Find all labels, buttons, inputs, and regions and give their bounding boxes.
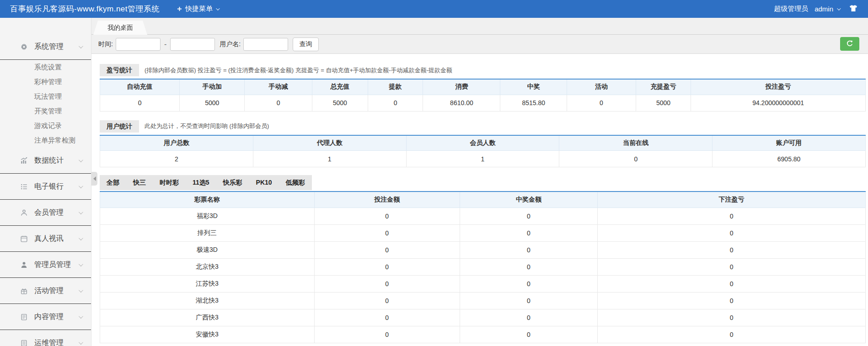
cell: 0 bbox=[598, 208, 866, 224]
profit-section-header: 盈亏统计 (排除内部会员数据) 投注盈亏 = (投注消费金额-返奖金额) 充提盈… bbox=[100, 64, 866, 76]
col-header: 提款 bbox=[368, 79, 423, 95]
sidebar-item-content-management[interactable]: 内容管理 bbox=[0, 304, 91, 330]
cell: 0 bbox=[598, 326, 866, 343]
cell: 0 bbox=[460, 326, 597, 343]
tab-all[interactable]: 全部 bbox=[100, 175, 126, 190]
cell: 2 bbox=[100, 151, 253, 167]
cell: 0 bbox=[314, 275, 460, 292]
cell: 8515.80 bbox=[500, 95, 567, 111]
table-row: 福彩3D 0 0 0 bbox=[100, 208, 866, 224]
cell: 0 bbox=[314, 326, 460, 343]
cell: 0 bbox=[245, 95, 312, 111]
cell: 0 bbox=[460, 258, 597, 275]
filter-bar: 时间: - 用户名: 查询 bbox=[91, 35, 868, 53]
sidebar-collapse-handle[interactable] bbox=[91, 172, 97, 186]
user-table: 用户总数 代理人数 会员人数 当前在线 账户可用 2 1 1 0 6905.80 bbox=[100, 135, 866, 168]
cell: 安徽快3 bbox=[100, 326, 315, 343]
content-doc-icon bbox=[20, 313, 28, 321]
col-header: 自动充值 bbox=[100, 79, 180, 95]
sidebar-item-system-settings[interactable]: 系统设置 bbox=[0, 60, 91, 75]
col-header: 中奖 bbox=[500, 79, 567, 95]
cell: 0 bbox=[598, 224, 866, 241]
user-role: 超级管理员 bbox=[774, 5, 808, 13]
sidebar-item-label: 管理员管理 bbox=[34, 260, 79, 270]
sidebar-item-label: 运维管理 bbox=[34, 338, 79, 346]
cell: 江苏快3 bbox=[100, 275, 315, 292]
sidebar-item-lottery-type[interactable]: 彩种管理 bbox=[0, 75, 91, 89]
cell: 北京快3 bbox=[100, 258, 315, 275]
cell: 8610.00 bbox=[423, 95, 500, 111]
cell: 0 bbox=[314, 309, 460, 326]
user-section-note: 此处为总计，不受查询时间影响 (排除内部会员) bbox=[145, 122, 269, 130]
topbar: 百事娱乐凡客源码-www.fkym.net管理系统 快捷菜单 超级管理员 adm… bbox=[0, 0, 868, 18]
time-to-input[interactable] bbox=[170, 38, 215, 51]
admin-user-icon bbox=[20, 261, 28, 269]
col-header: 投注盈亏 bbox=[691, 79, 866, 95]
cell: 排列三 bbox=[100, 224, 315, 241]
cell: 0 bbox=[314, 258, 460, 275]
tab-11xuan5[interactable]: 11选5 bbox=[186, 175, 216, 190]
tab-kuaisan[interactable]: 快三 bbox=[126, 175, 153, 190]
quick-menu-button[interactable]: 快捷菜单 bbox=[177, 5, 219, 13]
sidebar-item-game-records[interactable]: 游戏记录 bbox=[0, 118, 91, 133]
chevron-down-icon bbox=[79, 288, 83, 293]
cell: 5000 bbox=[636, 95, 691, 111]
chevron-down-icon bbox=[837, 6, 841, 10]
profit-table: 自动充值 手动加 手动减 总充值 提款 消费 中奖 活动 充提盈亏 投注盈亏 0… bbox=[100, 79, 866, 112]
time-from-input[interactable] bbox=[116, 38, 161, 51]
refresh-button[interactable] bbox=[840, 37, 859, 51]
username-input[interactable] bbox=[243, 38, 288, 51]
sidebar-item-activity-management[interactable]: 活动管理 bbox=[0, 278, 91, 304]
range-separator: - bbox=[163, 40, 167, 48]
col-header: 当前在线 bbox=[559, 135, 713, 151]
cell: 6905.80 bbox=[713, 151, 866, 167]
lottery-category-tabs: 全部 快三 时时彩 11选5 快乐彩 PK10 低频彩 bbox=[100, 175, 312, 190]
cell: 0 bbox=[598, 309, 866, 326]
table-row: 极速3D 0 0 0 bbox=[100, 241, 866, 258]
theme-tshirt-icon[interactable] bbox=[849, 5, 858, 13]
cell: 福彩3D bbox=[100, 208, 315, 224]
tab-kuailecai[interactable]: 快乐彩 bbox=[216, 175, 249, 190]
tab-strip: 我的桌面 bbox=[91, 18, 868, 35]
cell: 广西快3 bbox=[100, 309, 315, 326]
col-header: 账户可用 bbox=[713, 135, 866, 151]
sidebar-submenu-system: 系统设置 彩种管理 玩法管理 开奖管理 游戏记录 注单异常检测 bbox=[0, 60, 91, 148]
member-icon bbox=[20, 209, 28, 217]
sidebar-item-label: 会员管理 bbox=[34, 208, 79, 218]
tab-pk10[interactable]: PK10 bbox=[249, 175, 279, 190]
sidebar-item-ops-management[interactable]: 运维管理 bbox=[0, 330, 91, 346]
content-panel: 盈亏统计 (排除内部会员数据) 投注盈亏 = (投注消费金额-返奖金额) 充提盈… bbox=[91, 53, 868, 346]
table-row: 安徽快3 0 0 0 bbox=[100, 326, 866, 343]
col-header: 活动 bbox=[567, 79, 636, 95]
sidebar-item-data-statistics[interactable]: 数据统计 bbox=[0, 148, 91, 174]
table-row: 湖北快3 0 0 0 bbox=[100, 292, 866, 309]
cell: 0 bbox=[460, 224, 597, 241]
sidebar-item-abnormal-bet-check[interactable]: 注单异常检测 bbox=[0, 133, 91, 148]
sidebar-item-live-video[interactable]: 真人视讯 bbox=[0, 226, 91, 252]
table-row: 江苏快3 0 0 0 bbox=[100, 275, 866, 292]
sidebar-item-label: 电子银行 bbox=[34, 182, 79, 192]
search-button[interactable]: 查询 bbox=[293, 37, 319, 51]
user-section-header: 用户统计 此处为总计，不受查询时间影响 (排除内部会员) bbox=[100, 120, 866, 133]
table-header-row: 自动充值 手动加 手动减 总充值 提款 消费 中奖 活动 充提盈亏 投注盈亏 bbox=[100, 79, 866, 95]
sidebar-item-draw-management[interactable]: 开奖管理 bbox=[0, 104, 91, 118]
chevron-down-icon bbox=[79, 158, 83, 162]
gear-icon bbox=[20, 43, 28, 51]
sidebar-item-system-management[interactable]: 系统管理 bbox=[0, 34, 91, 60]
table-row: 北京快3 0 0 0 bbox=[100, 258, 866, 275]
profit-section-title: 盈亏统计 bbox=[100, 64, 139, 76]
cell: 极速3D bbox=[100, 241, 315, 258]
cell: 0 bbox=[368, 95, 423, 111]
tab-shishicai[interactable]: 时时彩 bbox=[153, 175, 186, 190]
sidebar-item-e-banking[interactable]: 电子银行 bbox=[0, 174, 91, 200]
sidebar-item-member-management[interactable]: 会员管理 bbox=[0, 200, 91, 226]
sidebar-item-admin-management[interactable]: 管理员管理 bbox=[0, 252, 91, 278]
sidebar-item-label: 真人视讯 bbox=[34, 234, 79, 244]
username-dropdown[interactable]: admin bbox=[814, 5, 840, 13]
chevron-down-icon bbox=[79, 340, 83, 345]
tab-my-desktop[interactable]: 我的桌面 bbox=[93, 21, 147, 35]
sidebar-item-play-method[interactable]: 玩法管理 bbox=[0, 89, 91, 104]
cell: 0 bbox=[314, 224, 460, 241]
cell: 0 bbox=[100, 95, 180, 111]
tab-dipincai[interactable]: 低频彩 bbox=[279, 175, 312, 190]
